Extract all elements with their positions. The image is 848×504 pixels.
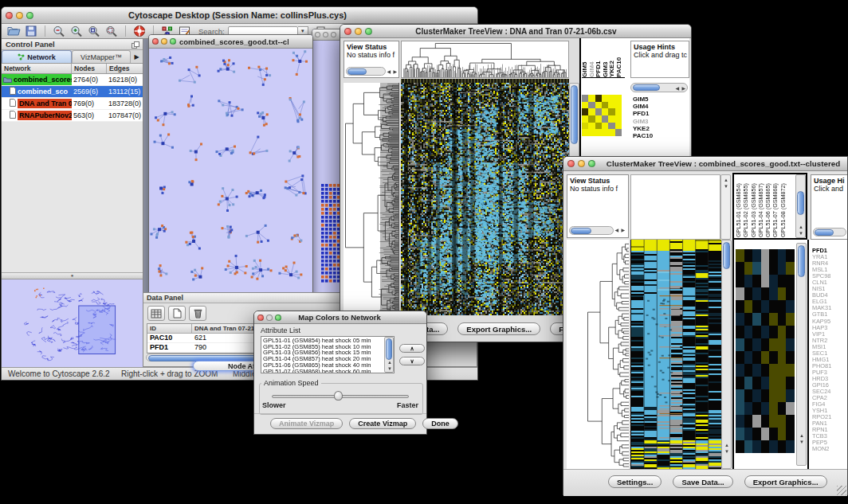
save-session-icon[interactable] [22,25,40,38]
tv1-gene-label[interactable]: PAC10 [633,132,653,139]
tv1-column-dendrogram[interactable] [401,41,569,78]
column-header-edges[interactable]: Edges [107,64,143,73]
minimize-button[interactable] [16,12,23,19]
close-button[interactable] [567,160,575,167]
zoom-heatmap-cell [769,389,778,402]
close-button[interactable] [6,12,13,19]
tv1-row-dendrogram[interactable] [344,83,399,315]
column-header-nodes[interactable]: Nodes [72,64,107,73]
zoom-in-icon[interactable] [68,25,85,38]
zoom-out-icon[interactable] [50,25,68,38]
network-row[interactable]: combined_scores2764(0)16218(0) [2,74,143,86]
zoom-heatmap-cell [761,428,770,440]
tv2-heatmap[interactable] [630,240,720,469]
new-attribute-icon[interactable] [168,306,186,321]
tab-vizmapper[interactable]: VizMapper™ [72,50,131,63]
tv2-button-bar: Settings...Save Data...Export Graphics..… [563,469,847,496]
network-overview-panel[interactable] [2,279,143,367]
tv1-gene-label[interactable]: YKE2 [633,125,653,132]
tv2-row-dendrogram[interactable] [567,240,629,469]
tv2-zoom-panel: ▲▼ [732,240,807,469]
tab-network[interactable]: Network [2,50,72,63]
tv1-labels-hscrollbar[interactable]: ◀▶ [630,83,688,92]
close-button[interactable] [315,32,320,37]
float-panel-icon[interactable] [132,37,143,52]
tv2-action-button[interactable]: Export Graphics... [744,475,827,488]
zoom-button[interactable] [275,315,281,321]
tv1-gene-label[interactable]: GIM5 [633,96,653,103]
file-icon [3,111,18,120]
help-lifesaver-icon[interactable] [131,25,148,38]
tv1-correlation-matrix[interactable] [582,95,622,136]
zoom-button[interactable] [26,12,33,19]
network-row[interactable]: combined_sco2569(6)13112(15) [2,86,143,98]
speed-slider-thumb[interactable] [334,391,343,400]
tv2-column-dendrogram[interactable] [630,174,720,240]
delete-attribute-icon[interactable] [189,306,206,321]
tv2-hints-scrollbar[interactable] [813,228,846,236]
tv2-column-label: GPL51-02 (GSM855) [742,175,749,237]
close-button[interactable] [257,315,264,321]
attribute-list-item[interactable]: GPL51-07 (GSM868) heat shock 60 min [261,369,394,373]
tv1-action-button[interactable]: Export Graphics... [457,322,540,335]
network-row-label: combined_scores [14,76,72,84]
matrix-cell [595,102,602,109]
dialog-button[interactable]: Done [422,418,458,429]
tv2-upper-vscrollbar[interactable]: ▲▼ [720,174,731,240]
data-column-id[interactable]: ID [147,324,192,333]
zoom-button[interactable] [331,32,336,37]
matrix-cell [615,95,622,102]
close-button[interactable] [152,38,159,45]
move-up-button[interactable]: ∧ [399,344,425,353]
dialog-button[interactable]: Animate Vizmap [270,418,343,429]
column-header-network[interactable]: Network [2,64,72,73]
zoom-fit-icon[interactable] [103,25,120,38]
minimize-button[interactable] [161,38,167,45]
matrix-cell [602,95,608,102]
tv1-heatmap[interactable] [401,83,569,315]
tv1-column-label: YKE2 [609,41,616,77]
attribute-select-icon[interactable] [147,306,165,321]
zoom-heatmap-cell [778,377,787,389]
zoom-heatmap-cell [761,351,770,364]
resize-grip[interactable] [837,486,846,495]
zoom-heatmap-cell [744,351,753,364]
attribute-listbox[interactable]: GPL51-01 (GSM854) heat shock 05 minGPL51… [261,336,395,373]
tv2-column-label: GPL51-07 (GSM868) [771,175,779,237]
dialog-button[interactable]: Create Vizmap [349,418,416,429]
open-session-icon[interactable] [5,25,22,38]
zoom-button[interactable] [365,28,372,35]
tv1-gene-label[interactable]: PFD1 [633,110,653,117]
tv2-gene-label[interactable]: MON2 [812,446,847,452]
tv1-status-scrollbar[interactable] [346,67,386,76]
network-row[interactable]: RNAPuberNov2+|563(0)107847(0) [2,110,143,122]
matrix-cell [608,102,614,109]
zoom-button[interactable] [588,160,595,167]
tv2-zoom-heatm ap[interactable] [736,249,795,453]
minimize-button[interactable] [266,315,273,321]
network-canvas[interactable] [149,49,312,296]
close-button[interactable] [344,28,351,35]
move-down-button[interactable]: ∨ [399,357,425,365]
minimize-button[interactable] [355,28,362,35]
tv2-zoom-vscrollbar[interactable]: ▲▼ [796,243,807,466]
zoom-button[interactable] [170,38,176,45]
attribute-list-scrollbar[interactable]: ▲▼ [384,337,394,373]
tv2-status-scrollbar[interactable] [569,226,614,235]
network-row-edges: 183728(0) [107,100,142,107]
overview-divider[interactable]: ● [2,272,143,279]
tv2-action-button[interactable]: Save Data... [673,475,732,488]
tv2-heatmap-vscrollbar[interactable]: ▲▼ [721,240,732,469]
tab-overflow-arrow[interactable]: ▶ [131,50,143,63]
minimize-button[interactable] [578,160,585,167]
tv2-action-button[interactable]: Settings... [608,475,662,488]
matrix-cell [582,102,588,109]
zoom-selected-icon[interactable] [85,25,103,38]
network-row[interactable]: DNA and Tran 07769(0)183728(0) [2,98,143,110]
zoom-heatmap-cell [736,262,744,275]
minimize-button[interactable] [323,32,328,37]
tv1-gene-label[interactable]: GIM3 [633,118,653,125]
tv2-labels-vscrollbar[interactable]: ▲▼ [795,174,806,238]
tv1-gene-label[interactable]: GIM4 [633,103,653,110]
dialog-title: Map Colors to Network [285,313,395,322]
